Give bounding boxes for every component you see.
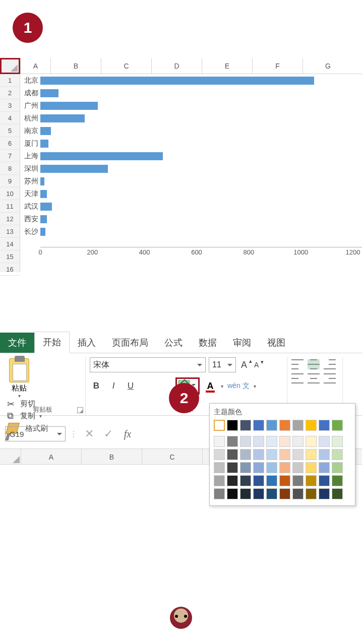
row-header-1[interactable]: 1 <box>0 74 20 87</box>
color-swatch[interactable] <box>240 420 251 431</box>
bold-button[interactable]: B <box>90 379 103 393</box>
select-all-button[interactable] <box>0 58 20 74</box>
align-middle-button[interactable] <box>308 359 320 369</box>
color-swatch[interactable] <box>279 462 290 473</box>
color-swatch[interactable] <box>279 420 290 431</box>
color-swatch[interactable] <box>306 462 317 473</box>
col-header-c-2[interactable]: C <box>142 449 203 464</box>
color-swatch[interactable] <box>266 488 277 499</box>
color-swatch[interactable] <box>214 449 225 460</box>
font-color-button[interactable]: A <box>204 379 217 393</box>
row-header-4[interactable]: 4 <box>0 112 20 124</box>
color-swatch[interactable] <box>227 488 238 499</box>
row-header-13[interactable]: 13 <box>0 225 20 238</box>
col-header-d[interactable]: D <box>151 58 202 74</box>
tab-insert[interactable]: 插入 <box>70 333 104 353</box>
clipboard-dialog-launcher[interactable] <box>77 407 83 413</box>
row-header-14[interactable]: 14 <box>0 238 20 250</box>
color-swatch[interactable] <box>214 420 225 431</box>
phonetic-guide-button[interactable]: wén 文 <box>227 381 250 391</box>
row-header-9[interactable]: 9 <box>0 175 20 187</box>
color-swatch[interactable] <box>253 462 264 473</box>
tab-view[interactable]: 视图 <box>259 333 293 353</box>
col-header-a-2[interactable]: A <box>21 449 82 464</box>
color-swatch[interactable] <box>319 462 330 473</box>
row-header-11[interactable]: 11 <box>0 200 20 213</box>
color-swatch[interactable] <box>214 475 225 486</box>
color-swatch[interactable] <box>240 488 251 499</box>
color-swatch[interactable] <box>240 475 251 486</box>
color-swatch[interactable] <box>332 420 343 431</box>
row-header-6[interactable]: 6 <box>0 137 20 150</box>
row-header-16[interactable]: 16 <box>0 263 20 276</box>
color-swatch[interactable] <box>292 436 304 447</box>
color-swatch[interactable] <box>240 436 251 447</box>
row-header-8[interactable]: 8 <box>0 162 20 175</box>
color-swatch[interactable] <box>240 462 251 473</box>
color-swatch[interactable] <box>266 449 277 460</box>
color-swatch[interactable] <box>319 488 330 499</box>
col-header-e[interactable]: E <box>202 58 252 74</box>
row-header-12[interactable]: 12 <box>0 213 20 225</box>
col-header-b[interactable]: B <box>50 58 101 74</box>
align-right-button[interactable] <box>324 373 336 383</box>
tab-review[interactable]: 审阅 <box>225 333 259 353</box>
color-swatch[interactable] <box>214 436 225 447</box>
tab-data[interactable]: 数据 <box>191 333 225 353</box>
tab-file[interactable]: 文件 <box>0 333 34 353</box>
color-swatch[interactable] <box>332 475 343 486</box>
color-swatch[interactable] <box>319 475 330 486</box>
color-swatch[interactable] <box>253 436 264 447</box>
color-swatch[interactable] <box>227 436 238 447</box>
color-swatch[interactable] <box>332 462 343 473</box>
color-swatch[interactable] <box>240 449 251 460</box>
row-header-7[interactable]: 7 <box>0 150 20 162</box>
cancel-formula-button[interactable]: ✕ <box>82 426 97 441</box>
grow-font-button[interactable]: A▴ <box>239 359 249 371</box>
color-swatch[interactable] <box>253 420 264 431</box>
color-swatch[interactable] <box>266 475 277 486</box>
col-header-a[interactable]: A <box>20 58 50 74</box>
col-header-b-2[interactable]: B <box>82 449 142 464</box>
color-swatch[interactable] <box>292 475 304 486</box>
col-header-c[interactable]: C <box>101 58 151 74</box>
row-header-15[interactable]: 15 <box>0 250 20 263</box>
color-swatch[interactable] <box>253 488 264 499</box>
color-swatch[interactable] <box>227 420 238 431</box>
color-swatch[interactable] <box>266 436 277 447</box>
color-swatch[interactable] <box>292 462 304 473</box>
col-header-f[interactable]: F <box>252 58 303 74</box>
color-swatch[interactable] <box>306 488 317 499</box>
color-swatch[interactable] <box>279 475 290 486</box>
color-swatch[interactable] <box>306 449 317 460</box>
color-swatch[interactable] <box>332 449 343 460</box>
tab-layout[interactable]: 页面布局 <box>104 333 156 353</box>
paste-button[interactable]: 粘贴 ▾ <box>4 357 34 399</box>
row-header-2[interactable]: 2 <box>0 87 20 99</box>
align-left-button[interactable] <box>291 373 304 383</box>
color-swatch[interactable] <box>292 420 304 431</box>
color-swatch[interactable] <box>292 449 304 460</box>
color-swatch[interactable] <box>253 449 264 460</box>
row-header-5[interactable]: 5 <box>0 124 20 137</box>
color-swatch[interactable] <box>319 436 330 447</box>
row-header-3[interactable]: 3 <box>0 99 20 112</box>
align-top-button[interactable] <box>291 359 304 369</box>
font-size-combo[interactable]: 11 <box>209 357 236 372</box>
select-all-button-2[interactable] <box>0 449 21 464</box>
color-swatch[interactable] <box>319 420 330 431</box>
color-swatch[interactable] <box>306 475 317 486</box>
color-swatch[interactable] <box>279 449 290 460</box>
underline-button[interactable]: U <box>124 379 137 393</box>
shrink-font-button[interactable]: A▾ <box>252 360 261 370</box>
color-swatch[interactable] <box>266 420 277 431</box>
color-swatch[interactable] <box>279 436 290 447</box>
color-swatch[interactable] <box>332 488 343 499</box>
color-swatch[interactable] <box>292 488 304 499</box>
color-swatch[interactable] <box>306 420 317 431</box>
row-header-10[interactable]: 10 <box>0 187 20 200</box>
color-swatch[interactable] <box>227 449 238 460</box>
tab-home[interactable]: 开始 <box>34 332 70 353</box>
insert-function-button[interactable]: fx <box>120 426 135 441</box>
tab-formulas[interactable]: 公式 <box>156 333 191 353</box>
